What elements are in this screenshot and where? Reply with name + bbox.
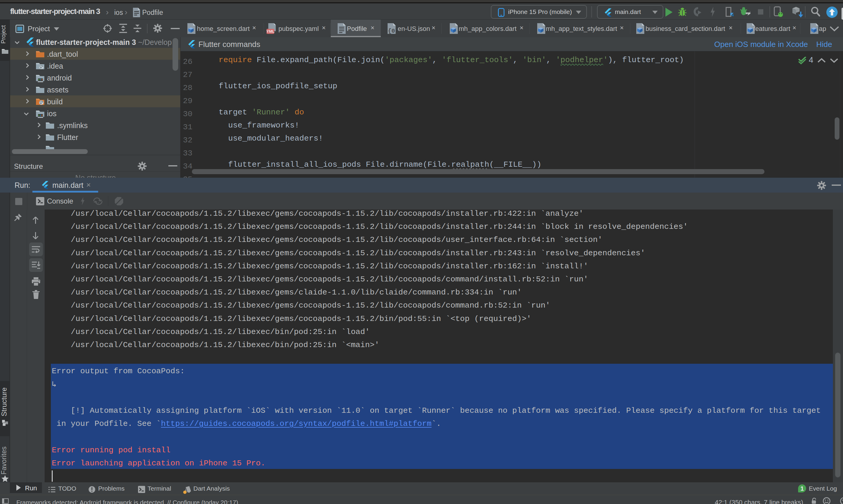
svg-text:YML: YML bbox=[266, 29, 275, 34]
svg-text:{0}: {0} bbox=[388, 28, 396, 34]
